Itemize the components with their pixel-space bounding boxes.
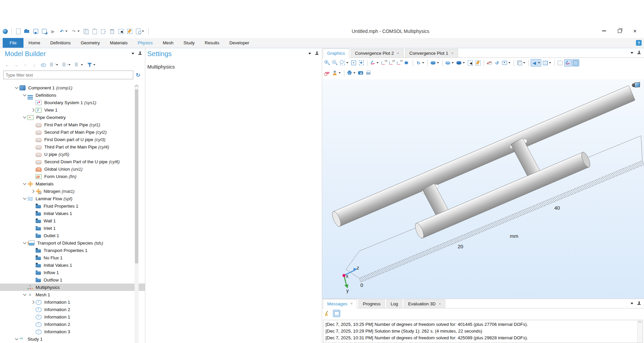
panel-menu-caret-icon[interactable] bbox=[631, 52, 633, 54]
tab-log[interactable]: Log bbox=[386, 299, 402, 308]
tab-evaluation-3d[interactable]: Evaluation 3D× bbox=[404, 299, 445, 308]
paste-button[interactable] bbox=[91, 28, 98, 35]
view-yz-button[interactable] bbox=[388, 59, 395, 67]
zoom-box-button[interactable] bbox=[339, 59, 350, 67]
select-box-button[interactable] bbox=[466, 59, 474, 67]
tree-item-view-1[interactable]: View 1 bbox=[0, 106, 145, 114]
graphics-canvas[interactable]: 40 mm 20 0 z bbox=[322, 79, 644, 299]
delete-button[interactable] bbox=[108, 28, 116, 35]
projection-button[interactable] bbox=[403, 59, 411, 67]
pin-icon[interactable] bbox=[138, 51, 142, 56]
tree-item-information-3[interactable]: Information 3 bbox=[0, 328, 145, 335]
scene-color-button[interactable] bbox=[430, 59, 440, 67]
tab-graphics[interactable]: Graphics bbox=[323, 48, 349, 58]
reset-hiding-button[interactable]: ↺ bbox=[493, 59, 501, 67]
scroll-up-icon[interactable] bbox=[135, 85, 138, 88]
show-axes-button[interactable] bbox=[564, 59, 572, 67]
ribbon-tab-materials[interactable]: Materials bbox=[105, 38, 133, 48]
tree-item-outlet-1[interactable]: Outlet 1 bbox=[0, 232, 145, 239]
select-box-button[interactable] bbox=[117, 28, 125, 35]
tree-item-second-part-of-main-pipe[interactable]: Second Part of Main Pipe(cyl2) bbox=[0, 128, 145, 136]
tree-item-fluid-properties-1[interactable]: Fluid Properties 1 bbox=[0, 202, 145, 210]
forward-button[interactable]: → bbox=[12, 61, 20, 69]
tree-item-definitions[interactable]: Definitions bbox=[0, 91, 145, 99]
show-box-button[interactable] bbox=[556, 59, 564, 67]
filter-button[interactable] bbox=[86, 61, 97, 69]
ribbon-tab-definitions[interactable]: Definitions bbox=[45, 38, 76, 48]
expander[interactable] bbox=[21, 294, 28, 295]
ribbon-tab-geometry[interactable]: Geometry bbox=[76, 38, 105, 48]
clear-log-button[interactable] bbox=[324, 310, 331, 317]
go-to-view-button[interactable]: ◀ bbox=[531, 59, 541, 67]
tree-item-form-union[interactable]: Form Union(fin) bbox=[0, 173, 145, 180]
tree-item-initial-values-1[interactable]: Initial Values 1 bbox=[0, 261, 145, 269]
expander[interactable] bbox=[21, 242, 28, 244]
tree-item-initial-values-1[interactable]: Initial Values 1 bbox=[0, 210, 145, 217]
expander[interactable] bbox=[21, 198, 28, 199]
scrollbar-thumb[interactable] bbox=[135, 89, 138, 263]
deselect-button[interactable] bbox=[126, 28, 133, 35]
tree-item-inflow-1[interactable]: Inflow 1 bbox=[0, 269, 145, 276]
collapse-all-button[interactable] bbox=[49, 61, 59, 69]
tab-messages[interactable]: Messages× bbox=[323, 299, 357, 308]
expander[interactable] bbox=[21, 183, 28, 184]
help-button[interactable]: ? bbox=[636, 40, 642, 46]
expander[interactable] bbox=[13, 338, 19, 340]
view-xz-button[interactable] bbox=[396, 59, 403, 67]
tree-item-boundary-system-1[interactable]: Boundary System 1(sys1) bbox=[0, 99, 145, 106]
model-tree-nodes-button[interactable] bbox=[73, 61, 84, 69]
save-button[interactable] bbox=[32, 28, 39, 35]
deselect-button[interactable] bbox=[474, 59, 482, 67]
print-button[interactable] bbox=[365, 69, 372, 77]
expander[interactable] bbox=[30, 301, 36, 303]
file-menu-button[interactable]: File bbox=[3, 38, 23, 48]
zoom-extents-button[interactable] bbox=[350, 59, 357, 67]
expander[interactable] bbox=[21, 94, 28, 96]
filter-input[interactable] bbox=[3, 71, 133, 79]
view-xy-button[interactable] bbox=[380, 59, 388, 67]
animate-button[interactable] bbox=[346, 69, 357, 77]
ribbon-tab-developer[interactable]: Developer bbox=[224, 38, 254, 48]
undo-button[interactable]: ↶ bbox=[58, 28, 69, 35]
tree-item-component-1[interactable]: Component 1(comp1) bbox=[0, 84, 145, 91]
scene-settings-button[interactable] bbox=[331, 69, 342, 77]
redo-button[interactable]: ↷ bbox=[70, 28, 81, 35]
clip-plane-button[interactable] bbox=[324, 69, 331, 77]
tree-item-no-flux-1[interactable]: No Flux 1 bbox=[0, 254, 145, 261]
save-as-button[interactable] bbox=[41, 28, 48, 35]
scroll-up-icon[interactable] bbox=[638, 321, 642, 325]
tree-item-mesh-1[interactable]: Mesh 1 bbox=[0, 291, 145, 298]
tree-item-transport-properties-1[interactable]: Transport Properties 1 bbox=[0, 247, 145, 254]
refresh-icon[interactable]: ↻ bbox=[136, 72, 140, 78]
tree-item-nitrogen[interactable]: Nitrogen(mat1) bbox=[0, 187, 145, 195]
new-file-button[interactable] bbox=[14, 28, 22, 35]
run-button[interactable]: ▶ bbox=[49, 28, 57, 35]
pin-icon[interactable] bbox=[637, 50, 641, 55]
material-color-button[interactable] bbox=[444, 59, 455, 67]
open-button[interactable] bbox=[23, 28, 31, 35]
comsol-logo-button[interactable] bbox=[2, 28, 8, 35]
move-down-button[interactable]: ↓ bbox=[31, 61, 38, 69]
panel-menu-caret-icon[interactable] bbox=[631, 303, 633, 304]
restore-button[interactable] bbox=[612, 26, 627, 36]
zoom-in-button[interactable] bbox=[324, 59, 331, 67]
minimize-button[interactable] bbox=[596, 26, 612, 36]
view-hidden-button[interactable] bbox=[501, 59, 512, 67]
tree-item-information-2[interactable]: Information 2 bbox=[0, 320, 145, 328]
tab-convergence-plot-1[interactable]: Convergence Plot 1× bbox=[405, 49, 458, 57]
expander[interactable] bbox=[30, 190, 36, 192]
show-grid-button[interactable] bbox=[572, 59, 579, 67]
tree-item-u-pipe[interactable]: U pipe(cyl5) bbox=[0, 151, 145, 158]
tree-item-second-down-part-of-the-u-pipe[interactable]: Second Down Part of the U pipe(cyl6) bbox=[0, 158, 145, 165]
close-tab-icon[interactable]: × bbox=[439, 302, 441, 306]
tree-item-third-part-of-the-main-pipe[interactable]: Third Part of the Main Pipe(cyl4) bbox=[0, 143, 145, 151]
close-tab-icon[interactable]: × bbox=[451, 51, 453, 55]
log-scrollbar[interactable] bbox=[637, 320, 643, 343]
ribbon-tab-results[interactable]: Results bbox=[200, 38, 224, 48]
expander[interactable] bbox=[13, 87, 19, 88]
zoom-out-button[interactable] bbox=[331, 59, 339, 67]
zoom-selected-button[interactable] bbox=[358, 59, 365, 67]
panel-menu-caret-icon[interactable] bbox=[308, 53, 311, 54]
wireframe-button[interactable] bbox=[542, 59, 552, 67]
ribbon-tab-study[interactable]: Study bbox=[179, 38, 200, 48]
